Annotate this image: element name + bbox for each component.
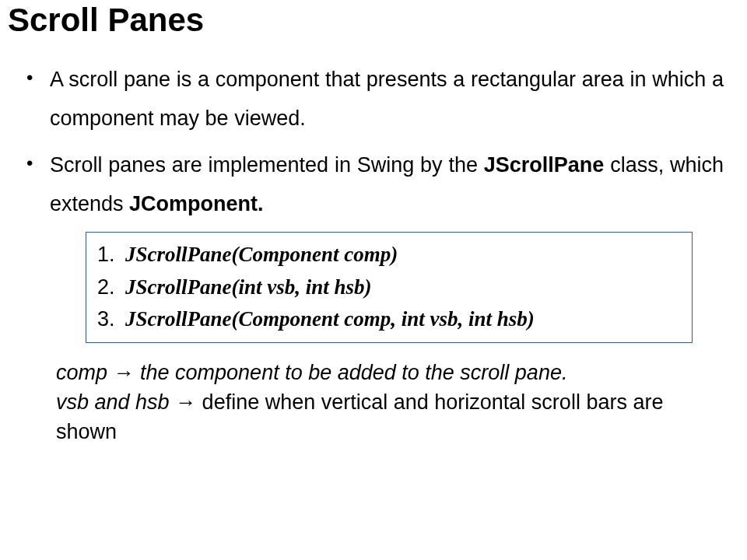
bullet2-bold2: JComponent. xyxy=(129,192,264,215)
constructor-3: JScrollPane(Component comp, int vsb, int… xyxy=(121,303,684,336)
bullet-item-1: A scroll pane is a component that presen… xyxy=(50,61,724,138)
bullet-list: A scroll pane is a component that presen… xyxy=(23,61,724,224)
bullet-item-2: Scroll panes are implemented in Swing by… xyxy=(50,146,724,224)
bullet2-pre: Scroll panes are implemented in Swing by… xyxy=(50,153,484,177)
note-line-2: vsb and hsb → define when vertical and h… xyxy=(56,388,700,447)
note1-rest: the component to be added to the scroll … xyxy=(135,361,568,384)
note-line-1: comp → the component to be added to the … xyxy=(56,359,700,388)
slide: Scroll Panes A scroll pane is a componen… xyxy=(0,2,747,560)
constructor-list: JScrollPane(Component comp) JScrollPane(… xyxy=(94,239,684,337)
constructor-1: JScrollPane(Component comp) xyxy=(121,239,684,271)
bullet2-bold1: JScrollPane xyxy=(484,153,605,177)
page-title: Scroll Panes xyxy=(8,2,724,39)
arrow-icon: → xyxy=(175,390,196,414)
note2-term: vsb and hsb xyxy=(56,390,175,414)
arrow-icon: → xyxy=(114,361,135,384)
notes-block: comp → the component to be added to the … xyxy=(56,359,700,446)
note1-term: comp xyxy=(56,361,114,384)
constructor-2: JScrollPane(int vsb, int hsb) xyxy=(121,271,684,304)
constructor-box: JScrollPane(Component comp) JScrollPane(… xyxy=(86,232,693,344)
